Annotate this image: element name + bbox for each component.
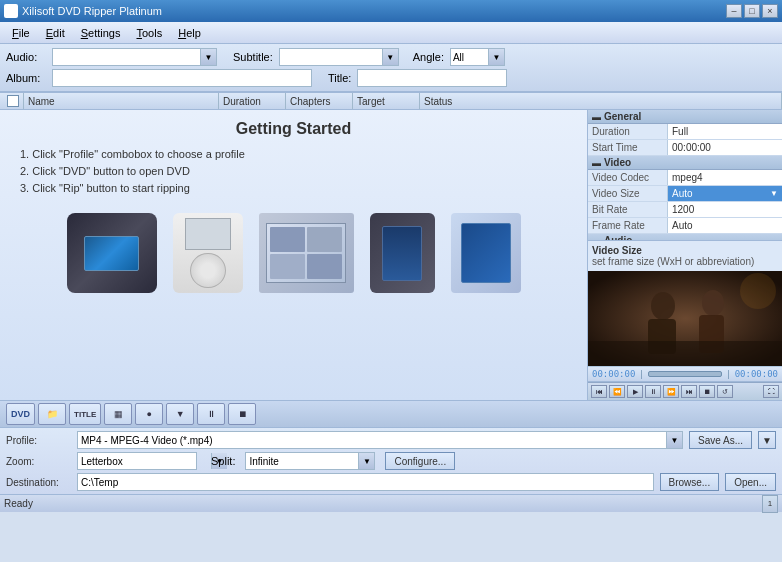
save-as-dropdown[interactable]: ▼ bbox=[758, 431, 776, 449]
zoom-split-row: Zoom: ▼ Split: ▼ Configure... bbox=[6, 452, 776, 470]
app-icon bbox=[4, 4, 18, 18]
prop-duration: Duration Full bbox=[588, 124, 782, 140]
col-chapters: Chapters bbox=[286, 93, 353, 109]
prop-start-time-value[interactable]: 00:00:00 bbox=[668, 140, 782, 155]
tooltip-title: Video Size bbox=[592, 245, 778, 256]
prev-button[interactable]: ⏮ bbox=[591, 385, 607, 398]
minimize-button[interactable]: – bbox=[726, 4, 742, 18]
menu-help[interactable]: Help bbox=[170, 25, 209, 41]
angle-combo-arrow[interactable]: ▼ bbox=[488, 49, 504, 65]
audio-label: Audio: bbox=[6, 51, 46, 63]
prop-video-size-value[interactable]: Auto ▼ bbox=[668, 186, 782, 201]
audio-input[interactable] bbox=[53, 49, 200, 65]
menu-bar: File Edit Settings Tools Help bbox=[0, 22, 782, 44]
profile-combo[interactable]: ▼ bbox=[77, 431, 683, 449]
column-header: Name Duration Chapters Target Status bbox=[0, 92, 782, 110]
right-panel: ▬ General Duration Full Start Time 00:00… bbox=[587, 110, 782, 400]
subtitle-input[interactable] bbox=[280, 49, 382, 65]
phone2-screen bbox=[461, 223, 511, 283]
chapter-button[interactable]: ▦ bbox=[104, 403, 132, 425]
audio-combo[interactable]: ▼ bbox=[52, 48, 217, 66]
title-button[interactable]: TITLE bbox=[69, 403, 101, 425]
split-combo[interactable]: ▼ bbox=[245, 452, 375, 470]
svg-point-1 bbox=[651, 292, 675, 320]
split-label: Split: bbox=[211, 455, 235, 467]
fullscreen-button[interactable]: ⛶ bbox=[763, 385, 779, 398]
play-button[interactable]: ▶ bbox=[627, 385, 643, 398]
time-end: 00:00:00 bbox=[735, 369, 778, 379]
svg-rect-5 bbox=[588, 341, 782, 366]
title-combo[interactable] bbox=[357, 69, 507, 87]
prop-bit-rate-value[interactable]: 1200 bbox=[668, 202, 782, 217]
album-input[interactable] bbox=[53, 70, 311, 86]
device-images-row bbox=[0, 207, 587, 299]
browse-button[interactable]: Browse... bbox=[660, 473, 720, 491]
rewind-button[interactable]: ⏪ bbox=[609, 385, 625, 398]
open-button[interactable]: Open... bbox=[725, 473, 776, 491]
audio-combo-arrow[interactable]: ▼ bbox=[200, 49, 216, 65]
psp-device-image bbox=[67, 213, 157, 293]
subtitle-combo[interactable]: ▼ bbox=[279, 48, 399, 66]
next-button[interactable]: ⏭ bbox=[681, 385, 697, 398]
svg-point-3 bbox=[702, 290, 724, 316]
folder-button[interactable]: 📁 bbox=[38, 403, 66, 425]
menu-edit[interactable]: Edit bbox=[38, 25, 73, 41]
menu-settings[interactable]: Settings bbox=[73, 25, 129, 41]
zoom-input[interactable] bbox=[78, 453, 211, 469]
rip-dropdown-button[interactable]: ▼ bbox=[166, 403, 194, 425]
configure-button[interactable]: Configure... bbox=[385, 452, 455, 470]
video-header-label: Video bbox=[604, 157, 631, 168]
prop-video-size-arrow[interactable]: ▼ bbox=[770, 189, 778, 198]
prop-duration-value[interactable]: Full bbox=[668, 124, 782, 139]
prop-frame-rate-value[interactable]: Auto bbox=[668, 218, 782, 233]
prop-video-codec-key: Video Codec bbox=[588, 170, 668, 185]
properties-tree: ▬ General Duration Full Start Time 00:00… bbox=[588, 110, 782, 240]
subtitle-combo-arrow[interactable]: ▼ bbox=[382, 49, 398, 65]
stop-rip-button[interactable]: ⏹ bbox=[228, 403, 256, 425]
zoom-combo[interactable]: ▼ bbox=[77, 452, 197, 470]
save-as-button[interactable]: Save As... bbox=[689, 431, 752, 449]
album-combo[interactable] bbox=[52, 69, 312, 87]
status-page-button[interactable]: 1 bbox=[762, 495, 778, 513]
dvd-button[interactable]: DVD bbox=[6, 403, 35, 425]
menu-file[interactable]: File bbox=[4, 25, 38, 41]
step-3: 3. Click "Rip" button to start ripping bbox=[20, 182, 567, 194]
prop-duration-key: Duration bbox=[588, 124, 668, 139]
getting-started-title: Getting Started bbox=[20, 120, 567, 138]
select-all-checkbox[interactable] bbox=[7, 95, 19, 107]
loop-button[interactable]: ↺ bbox=[717, 385, 733, 398]
step-2: 2. Click "DVD" button to open DVD bbox=[20, 165, 567, 177]
transport-bar: 00:00:00 | | 00:00:00 bbox=[588, 366, 782, 382]
title-bar: Xilisoft DVD Ripper Platinum – □ × bbox=[0, 0, 782, 22]
prop-start-time-key: Start Time bbox=[588, 140, 668, 155]
rip-button[interactable]: ● bbox=[135, 403, 163, 425]
menu-tools[interactable]: Tools bbox=[128, 25, 170, 41]
tablet-device-image bbox=[259, 213, 354, 293]
ipod-screen bbox=[185, 218, 231, 250]
destination-combo[interactable] bbox=[77, 473, 654, 491]
split-combo-arrow[interactable]: ▼ bbox=[358, 453, 374, 469]
profile-label: Profile: bbox=[6, 435, 71, 446]
angle-input[interactable] bbox=[451, 49, 488, 65]
col-target: Target bbox=[353, 93, 420, 109]
video-collapse-icon[interactable]: ▬ bbox=[592, 158, 601, 168]
prop-video-codec-value[interactable]: mpeg4 bbox=[668, 170, 782, 185]
pause-button[interactable]: ⏸ bbox=[645, 385, 661, 398]
destination-input[interactable] bbox=[78, 474, 653, 490]
fast-forward-button[interactable]: ⏩ bbox=[663, 385, 679, 398]
progress-bar[interactable] bbox=[648, 371, 723, 377]
prop-bit-rate-key: Bit Rate bbox=[588, 202, 668, 217]
status-page-number: 1 bbox=[768, 499, 772, 508]
split-input[interactable] bbox=[246, 453, 358, 469]
general-collapse-icon[interactable]: ▬ bbox=[592, 112, 601, 122]
phone1-screen bbox=[382, 226, 422, 281]
close-button[interactable]: × bbox=[762, 4, 778, 18]
status-bar: Ready 1 bbox=[0, 494, 782, 512]
maximize-button[interactable]: □ bbox=[744, 4, 760, 18]
pause-rip-button[interactable]: ⏸ bbox=[197, 403, 225, 425]
angle-combo[interactable]: ▼ bbox=[450, 48, 505, 66]
title-input[interactable] bbox=[358, 70, 506, 86]
profile-input[interactable] bbox=[78, 432, 666, 448]
profile-combo-arrow[interactable]: ▼ bbox=[666, 432, 682, 448]
stop-button[interactable]: ⏹ bbox=[699, 385, 715, 398]
